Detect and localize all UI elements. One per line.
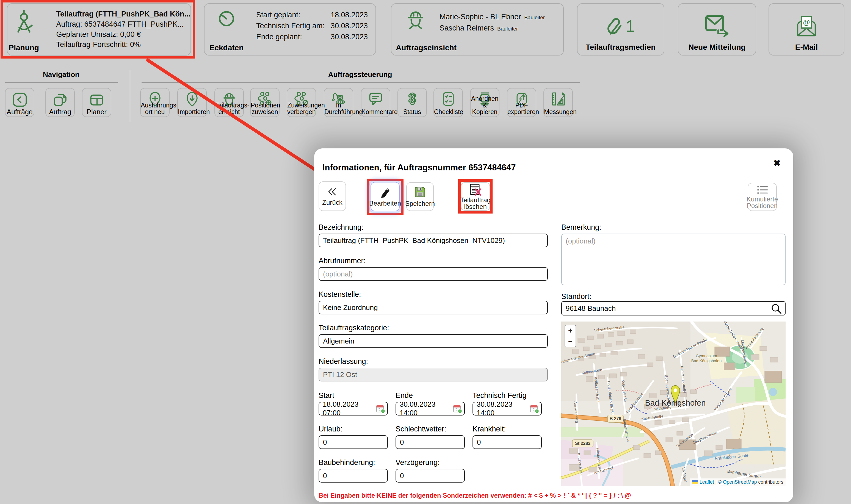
kumulierte-positionen-button[interactable]: KumuliertePositionen [748,183,777,211]
close-icon[interactable]: ✖ [773,158,781,168]
teilauftragsmedien-card-label: Teilauftragsmedien [586,43,656,52]
standort-label: Standort: [561,292,592,301]
map[interactable]: B 279 St 2282 Scherenbergstraße Adam-Pfe… [561,322,785,486]
tool-label: Anordnen & [471,95,499,109]
new-message-icon [704,14,730,37]
tool-label: Teilauftrags- [215,102,249,109]
bezeichnung-input[interactable] [319,234,548,247]
kumulierte-label: KumuliertePositionen [746,196,778,209]
eckdaten-row-value: 18.08.2023 [331,11,368,19]
speichern-button[interactable]: Speichern [406,182,434,211]
tool-label: exportieren [507,108,539,115]
openstreetmap-link[interactable]: OpenStreetMap [723,479,757,485]
tool-messungen-button[interactable]: Messungen [543,88,573,117]
card-teilauftragsmedien[interactable]: 1 Teilauftragsmedien [577,3,664,55]
card-planung[interactable]: Planung Teilauftrag (FTTH_PushPK_Bad Kön… [7,3,191,55]
standort-input[interactable] [561,301,785,316]
tool-label: Messungen [544,108,577,115]
back-square-icon [12,91,28,108]
clock-icon [218,10,235,27]
dialog-title: Informationen, für Auftragsnummer 653748… [322,163,515,173]
zurueck-button[interactable]: Zurück [319,181,346,211]
baubehinderung-input[interactable] [319,469,388,483]
nav-auftrag-label: Auftrag [46,109,74,115]
pencil-icon [379,186,391,198]
tool-label: Kopieren [472,108,497,115]
baubehinderung-label: Baubehinderung: [319,458,375,467]
card-email[interactable]: @ E-Mail [768,3,845,55]
abrufnummer-input[interactable] [319,267,548,281]
kostenstelle-input[interactable] [319,301,548,314]
auftragssteuerung-title: Auftragssteuerung [140,70,580,79]
urlaub-label: Urlaub: [319,425,343,433]
planung-card-label: Planung [9,43,39,52]
email-card-label: E-Mail [795,43,818,52]
planung-line-umsatz: Geplanter Umsatz: 0,00 € [56,30,191,39]
card-auftragseinsicht[interactable]: Auftragseinsicht Marie-Sophie - BL Ebner… [391,3,564,55]
nav-planer-button[interactable]: Planer [82,88,111,117]
teilauftragskategorie-label: Teilauftragskategorie: [319,324,389,332]
tool-label: Kommentare [361,108,398,115]
informationen-dialog: Informationen, für Auftragsnummer 653748… [314,148,793,502]
tool-pdf-exportieren-button[interactable]: PDFexportieren [507,88,536,117]
person-role: Bauleiter [524,15,545,20]
calendar-add-icon [376,404,385,414]
svg-text:@: @ [803,18,810,26]
tool-label: zuweisen [252,108,278,115]
zoom-out-button[interactable]: − [565,336,576,347]
card-eckdaten[interactable]: Eckdaten Start geplant:18.08.2023 Techni… [204,3,376,55]
bemerkung-textarea[interactable] [561,234,785,285]
attribution-separator: | [716,479,717,485]
tool-positionen-zuweisen-button[interactable]: Positionenzuweisen [250,88,279,117]
niederlassung-input [319,368,548,381]
kostenstelle-label: Kostenstelle: [319,290,361,299]
teilauftrag-loeschen-button[interactable]: Teilauftraglöschen [461,182,490,211]
auftragssteuerung-divider [142,82,580,83]
nav-planer-label: Planer [83,109,111,115]
tool-kommentare-button[interactable]: Kommentare [361,88,390,117]
tool-checkliste-button[interactable]: Checkliste [433,88,463,117]
bearbeiten-button[interactable]: Bearbeiten [370,182,400,211]
schlechtwetter-input[interactable] [396,435,465,449]
nav-auftrag-button[interactable]: Auftrag [46,88,75,117]
map-attribution: Leaflet | © OpenStreetMap contributors [690,479,785,486]
nav-auftraege-button[interactable]: Aufträge [5,88,34,117]
urlaub-input[interactable] [319,435,388,449]
teilauftragskategorie-input[interactable] [319,334,548,348]
app-root: Planung Teilauftrag (FTTH_PushPK_Bad Kön… [0,0,851,504]
calendar-add-icon [453,404,462,414]
email-icon: @ [795,14,817,37]
start-date-input[interactable]: 18.08.2023 07:00 [319,402,388,415]
tool-teilauftragseinsicht-button[interactable]: Teilauftrags-einsicht [214,88,244,117]
planung-line-auftrag: Auftrag: 6537484647 FTTH_PushPK... [56,20,191,29]
neue-mitteilung-card-label: Neue Mitteilung [688,43,745,52]
tool-importieren-button[interactable]: Importieren [177,88,207,117]
technisch-fertig-date-input[interactable]: 30.08.2023 14:00 [472,402,542,415]
loeschen-label: Teilauftraglöschen [460,197,491,210]
map-container[interactable]: + − [561,322,785,486]
tool-zuweisungen-verbergen-button[interactable]: Zuweisungenverbergen [287,88,316,117]
comment-icon [368,91,383,106]
verzoegerung-input[interactable] [396,469,465,483]
tool-label: verbergen [287,108,316,115]
krankheit-input[interactable] [472,435,542,449]
road-badge-st2282: St 2282 [575,441,591,446]
search-icon[interactable] [771,303,782,314]
eckdaten-row-label: Start geplant: [256,11,301,19]
tool-label: Positionen [251,102,280,109]
tool-ausfuehrungsort-neu-button[interactable]: Ausführungs-ort neu [140,88,169,117]
bezeichnung-label: Bezeichnung: [319,223,364,232]
card-neue-mitteilung[interactable]: Neue Mitteilung [678,3,756,55]
eckdaten-row-label: Ende geplant: [256,33,302,41]
zoom-in-button[interactable]: + [565,325,576,336]
helmet-worker-icon [406,10,425,30]
ende-date-input[interactable]: 30.08.2023 14:00 [396,402,465,415]
leaflet-link[interactable]: Leaflet [700,479,714,485]
tool-in-durchfuehrung-button[interactable]: InDurchführung [324,88,353,117]
tool-label: In [336,102,341,109]
nav-auftraege-label: Aufträge [5,109,34,115]
road-badge-b279: B 279 [610,416,621,421]
tool-anordnen-kopieren-button[interactable]: Anordnen &Kopieren [470,88,500,117]
tool-status-button[interactable]: Status [397,88,427,117]
gymnasium-label-line2: Bad Königshofen [691,359,722,363]
